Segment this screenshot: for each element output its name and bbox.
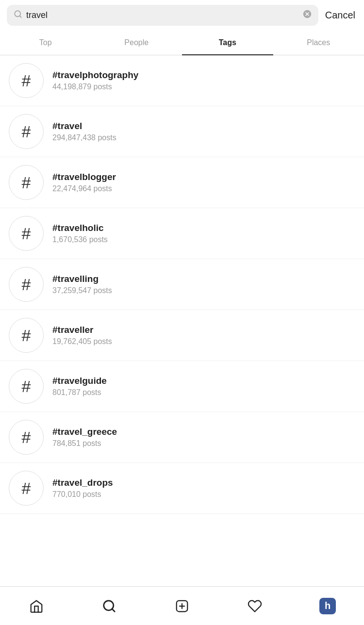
tag-icon: #: [9, 267, 44, 302]
tag-item[interactable]: # #travelblogger 22,474,964 posts: [0, 157, 364, 208]
svg-line-6: [112, 609, 115, 611]
clear-icon[interactable]: [303, 10, 312, 21]
tag-info: #travelholic 1,670,536 posts: [52, 223, 108, 244]
nav-add[interactable]: [146, 587, 218, 625]
tag-item[interactable]: # #travelling 37,259,547 posts: [0, 259, 364, 310]
tag-icon: #: [9, 318, 44, 353]
tag-count: 22,474,964 posts: [52, 184, 116, 193]
hash-icon: #: [22, 174, 31, 191]
hash-icon: #: [22, 429, 31, 445]
tag-name: #travelguide: [52, 376, 107, 386]
nav-home[interactable]: [0, 587, 73, 625]
tag-info: #travelguide 801,787 posts: [52, 376, 107, 397]
hash-icon: #: [22, 327, 31, 344]
hash-icon: #: [22, 72, 31, 89]
tag-item[interactable]: # #travelphotography 44,198,879 posts: [0, 55, 364, 106]
tag-name: #travel: [52, 121, 116, 132]
tag-name: #travelholic: [52, 223, 108, 233]
tag-count: 37,259,547 posts: [52, 286, 112, 295]
svg-line-1: [19, 16, 21, 17]
tag-item[interactable]: # #traveller 19,762,405 posts: [0, 310, 364, 361]
tag-icon: #: [9, 471, 44, 506]
nav-profile[interactable]: h: [291, 587, 364, 625]
tag-icon: #: [9, 216, 44, 251]
tag-icon: #: [9, 420, 44, 455]
tag-list: # #travelphotography 44,198,879 posts # …: [0, 55, 364, 514]
bottom-nav: h: [0, 586, 364, 625]
tag-item[interactable]: # #travel_greece 784,851 posts: [0, 412, 364, 463]
tab-places[interactable]: Places: [273, 31, 364, 55]
nav-search[interactable]: [73, 587, 146, 625]
tag-count: 19,762,405 posts: [52, 337, 112, 346]
search-bar: Cancel: [0, 0, 364, 31]
tag-name: #travelphotography: [52, 70, 138, 81]
tag-info: #travel 294,847,438 posts: [52, 121, 116, 142]
tag-count: 784,851 posts: [52, 439, 117, 448]
tag-item[interactable]: # #travelguide 801,787 posts: [0, 361, 364, 412]
tag-info: #travel_greece 784,851 posts: [52, 427, 117, 448]
tab-tags[interactable]: Tags: [182, 31, 273, 55]
tag-count: 801,787 posts: [52, 388, 107, 397]
tag-name: #travel_drops: [52, 477, 113, 488]
tag-info: #travel_drops 770,010 posts: [52, 477, 113, 499]
hash-icon: #: [22, 123, 31, 140]
tag-info: #traveller 19,762,405 posts: [52, 325, 112, 346]
tag-item[interactable]: # #travelholic 1,670,536 posts: [0, 208, 364, 259]
tag-info: #travelphotography 44,198,879 posts: [52, 70, 138, 91]
search-input[interactable]: [26, 10, 299, 20]
tag-icon: #: [9, 114, 44, 149]
tag-name: #travel_greece: [52, 427, 117, 437]
tab-top[interactable]: Top: [0, 31, 91, 55]
profile-badge: h: [319, 598, 336, 614]
tag-name: #travelling: [52, 274, 112, 284]
tag-item[interactable]: # #travel 294,847,438 posts: [0, 106, 364, 157]
tag-count: 1,670,536 posts: [52, 235, 108, 244]
hash-icon: #: [22, 225, 31, 242]
search-icon: [14, 10, 22, 21]
tag-info: #travelling 37,259,547 posts: [52, 274, 112, 295]
search-input-wrap: [7, 5, 318, 26]
hash-icon: #: [22, 276, 31, 293]
tag-item[interactable]: # #travel_drops 770,010 posts: [0, 463, 364, 514]
tag-icon: #: [9, 63, 44, 98]
hash-icon: #: [22, 378, 31, 395]
tab-people[interactable]: People: [91, 31, 182, 55]
hash-icon: #: [22, 480, 31, 496]
tag-count: 770,010 posts: [52, 490, 113, 499]
tabs: Top People Tags Places: [0, 31, 364, 55]
tag-info: #travelblogger 22,474,964 posts: [52, 172, 116, 193]
tag-name: #travelblogger: [52, 172, 116, 182]
tag-icon: #: [9, 165, 44, 200]
tag-count: 294,847,438 posts: [52, 133, 116, 142]
tag-icon: #: [9, 369, 44, 404]
nav-heart[interactable]: [218, 587, 291, 625]
tag-name: #traveller: [52, 325, 112, 335]
tag-count: 44,198,879 posts: [52, 82, 138, 91]
cancel-button[interactable]: Cancel: [323, 10, 357, 21]
